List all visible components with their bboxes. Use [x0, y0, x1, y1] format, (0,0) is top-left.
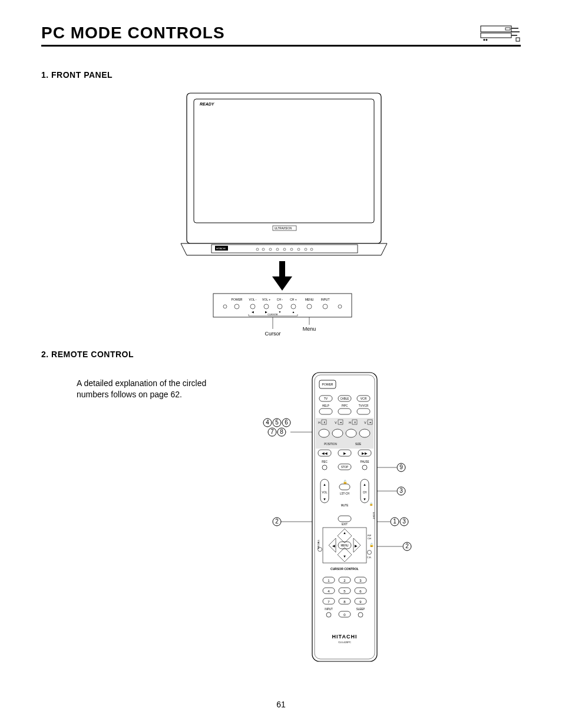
svg-text:◀: ◀	[252, 310, 254, 314]
svg-text:MUTE: MUTE	[341, 504, 349, 507]
svg-text:MENU: MENU	[305, 298, 314, 301]
svg-text:▶▶: ▶▶	[362, 452, 368, 455]
svg-text:C.E.: C.E.	[367, 556, 372, 559]
svg-text:CH +: CH +	[290, 298, 297, 301]
svg-text:HELP: HELP	[322, 404, 329, 407]
svg-text:9: 9	[399, 464, 403, 470]
svg-rect-9	[194, 99, 374, 223]
svg-text:LST-CH: LST-CH	[340, 492, 349, 495]
svg-text:🔓: 🔓	[369, 543, 374, 548]
svg-text:▶: ▶	[355, 544, 358, 548]
svg-text:⬍: ⬍	[354, 421, 356, 424]
svg-text:6: 6	[285, 419, 288, 426]
svg-text:2: 2	[275, 518, 279, 525]
svg-text:5: 5	[275, 419, 279, 426]
callout-cursor: Cursor	[265, 331, 280, 337]
svg-text:REC: REC	[322, 460, 328, 463]
page-title: PC MODE CONTROLS	[41, 24, 225, 42]
svg-text:SIZE: SIZE	[355, 443, 361, 446]
svg-text:1: 1	[393, 518, 396, 525]
svg-text:INPUT: INPUT	[325, 608, 333, 611]
header-row: PC MODE CONTROLS ◆◆	[41, 24, 521, 47]
svg-text:HITACHI: HITACHI	[216, 247, 226, 250]
front-panel-figure: READY ULTRAVISION HITACHI	[41, 90, 521, 344]
svg-text:🔓: 🔓	[343, 480, 348, 485]
svg-text:◀◀: ◀◀	[322, 452, 328, 455]
remote-control-heading: 2. REMOTE CONTROL	[41, 350, 521, 359]
svg-text:▼: ▼	[343, 555, 346, 558]
remote-figure: 4 5 6 7 8 2 POWER	[253, 370, 521, 676]
front-panel-heading: 1. FRONT PANEL	[41, 70, 521, 80]
page-number: 61	[41, 700, 521, 709]
svg-text:POSITION: POSITION	[324, 443, 337, 446]
svg-text:CURSOR: CURSOR	[267, 313, 277, 316]
svg-text:◆◆: ◆◆	[483, 38, 488, 41]
svg-text:3: 3	[399, 487, 403, 494]
svg-text:CLU-620PC: CLU-620PC	[338, 641, 351, 644]
svg-text:MENU: MENU	[340, 544, 348, 547]
callout-menu: Menu	[303, 326, 316, 332]
svg-text:CABLE: CABLE	[340, 397, 349, 400]
svg-text:TV: TV	[324, 397, 328, 400]
svg-rect-2	[481, 33, 511, 38]
corner-device-icon: ◆◆	[480, 25, 521, 42]
svg-point-95	[359, 429, 370, 437]
ready-label: READY	[200, 102, 215, 106]
svg-text:2: 2	[405, 543, 409, 549]
svg-text:8: 8	[280, 429, 283, 435]
svg-text:7: 7	[270, 429, 274, 435]
svg-text:▼: ▼	[279, 310, 282, 314]
svg-marker-25	[272, 276, 292, 291]
svg-rect-12	[211, 245, 358, 253]
svg-text:STOP: STOP	[341, 466, 348, 469]
svg-text:▶: ▶	[343, 452, 346, 455]
svg-text:⬍: ⬍	[323, 421, 325, 424]
svg-text:▲: ▲	[343, 531, 346, 535]
svg-text:EXIT: EXIT	[342, 523, 348, 526]
svg-text:INPUT: INPUT	[321, 298, 330, 301]
btn-power-label: POWER	[232, 298, 243, 301]
svg-text:H: H	[349, 421, 351, 424]
svg-text:VCR: VCR	[361, 397, 367, 400]
svg-text:CH -: CH -	[277, 298, 283, 301]
svg-text:VOL +: VOL +	[262, 298, 270, 301]
svg-text:◀: ◀	[332, 544, 335, 548]
svg-text:▼: ▼	[363, 498, 366, 501]
svg-point-92	[319, 429, 329, 437]
svg-text:PIPC: PIPC	[342, 404, 348, 407]
svg-rect-6	[516, 38, 520, 41]
brand-strip: ULTRAVISION	[275, 227, 292, 230]
svg-text:▲: ▲	[323, 483, 326, 486]
svg-text:H: H	[318, 421, 320, 424]
remote-explanation-text: A detailed explanation of the circled nu…	[77, 378, 230, 400]
svg-point-93	[332, 429, 343, 437]
svg-text:▲: ▲	[292, 310, 295, 314]
svg-text:TV/VCR: TV/VCR	[359, 404, 369, 407]
svg-text:PAUSE: PAUSE	[361, 460, 369, 463]
svg-text:🔒: 🔒	[369, 502, 373, 506]
svg-text:4: 4	[266, 419, 269, 426]
svg-point-94	[346, 429, 356, 437]
svg-text:VOL: VOL	[322, 491, 328, 494]
svg-rect-1	[505, 28, 510, 30]
svg-rect-63	[312, 373, 377, 661]
svg-text:HITACHI: HITACHI	[332, 634, 358, 640]
svg-text:▼: ▼	[323, 498, 326, 501]
svg-text:CH: CH	[363, 491, 367, 494]
svg-text:3: 3	[402, 518, 406, 525]
svg-text:▲: ▲	[363, 483, 366, 486]
svg-text:SLEEP: SLEEP	[356, 608, 365, 611]
svg-rect-0	[481, 26, 511, 32]
svg-rect-24	[279, 261, 285, 278]
svg-rect-26	[213, 294, 352, 317]
svg-text:CURSOR CONTROL: CURSOR CONTROL	[330, 567, 359, 571]
svg-text:VOL -: VOL -	[249, 298, 257, 301]
svg-text:POWER: POWER	[322, 383, 333, 386]
svg-text:LIGHT: LIGHT	[372, 512, 375, 519]
svg-text:CH: CH	[368, 537, 371, 540]
